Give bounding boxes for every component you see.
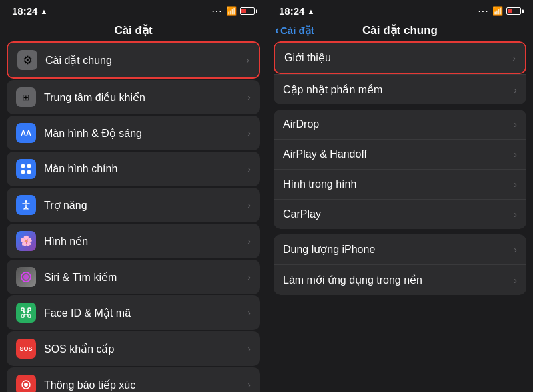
right-chevron-1: › bbox=[512, 53, 516, 63]
nav-back-label: Cài đặt bbox=[280, 25, 314, 37]
display-icon: AA bbox=[16, 123, 36, 143]
left-time: 18:24 bbox=[12, 5, 37, 17]
svg-rect-8 bbox=[28, 308, 31, 311]
left-status-bar: 18:24 ▲ ··· 📶 bbox=[0, 0, 266, 19]
chevron-icon-6: › bbox=[247, 236, 251, 246]
contact-tracing-icon bbox=[16, 375, 36, 392]
right-settings-list: Giới thiệu › Cập nhật phần mềm › AirDrop… bbox=[267, 41, 533, 392]
siri-icon bbox=[16, 267, 36, 287]
settings-label-sos: SOS khẩn cấp bbox=[44, 343, 247, 355]
settings-item-mhchinh[interactable]: Màn hình chính › bbox=[7, 152, 260, 186]
right-label-carplay: CarPlay bbox=[283, 208, 514, 220]
left-nav-bar: Cài đặt bbox=[0, 19, 266, 41]
svg-rect-0 bbox=[21, 164, 25, 168]
svg-rect-2 bbox=[21, 170, 25, 174]
right-nav-title: Cài đặt chung bbox=[362, 23, 438, 37]
sos-icon: SOS bbox=[16, 339, 36, 359]
right-item-capnhat[interactable]: Cập nhật phần mềm › bbox=[274, 75, 526, 104]
settings-item-mh-dosang[interactable]: AA Màn hình & Độ sáng › bbox=[7, 116, 260, 150]
settings-item-tronang[interactable]: Trợ năng › bbox=[7, 188, 260, 222]
accessibility-icon bbox=[16, 195, 36, 215]
settings-item-sos[interactable]: SOS SOS khẩn cấp › bbox=[7, 331, 260, 366]
location-icon: ▲ bbox=[40, 7, 47, 15]
right-item-gioithieu[interactable]: Giới thiệu › bbox=[275, 43, 525, 73]
right-chevron-7: › bbox=[514, 244, 517, 255]
settings-section-2: AA Màn hình & Độ sáng › bbox=[7, 116, 260, 150]
right-label-capnhat: Cập nhật phần mềm bbox=[283, 83, 514, 96]
right-item-dunluong[interactable]: Dung lượng iPhone › bbox=[274, 234, 526, 265]
settings-item-faceid[interactable]: Face ID & Mật mã › bbox=[7, 295, 260, 330]
settings-section-7: Face ID & Mật mã › bbox=[7, 295, 260, 330]
wifi-icon: 📶 bbox=[226, 6, 237, 16]
svg-rect-10 bbox=[28, 315, 31, 317]
right-item-carplay[interactable]: CarPlay › bbox=[274, 200, 526, 229]
wallpaper-icon: 🌸 bbox=[16, 231, 36, 251]
left-nav-title: Cài đặt bbox=[114, 23, 152, 37]
right-label-dungluong: Dung lượng iPhone bbox=[283, 243, 514, 256]
chevron-icon-3: › bbox=[247, 128, 251, 138]
chevron-icon-8: › bbox=[247, 307, 251, 318]
right-item-airplay[interactable]: AirPlay & Handoff › bbox=[274, 140, 526, 170]
settings-label-trungtam: Trung tâm điều khiển bbox=[44, 91, 247, 104]
right-chevron-6: › bbox=[514, 209, 517, 220]
settings-item-trungtam[interactable]: ⊞ Trung tâm điều khiển › bbox=[7, 80, 260, 114]
left-dots: ··· bbox=[212, 7, 223, 16]
right-item-hinhtrong[interactable]: Hình trong hình › bbox=[274, 170, 526, 200]
settings-label-faceid: Face ID & Mật mã bbox=[44, 307, 247, 319]
right-nav-bar: ‹ Cài đặt Cài đặt chung bbox=[267, 19, 533, 41]
svg-rect-1 bbox=[27, 164, 31, 168]
svg-point-4 bbox=[25, 200, 27, 203]
chevron-icon-4: › bbox=[247, 164, 251, 174]
right-dots: ··· bbox=[478, 7, 489, 16]
settings-section-1: ⊞ Trung tâm điều khiển › bbox=[7, 80, 260, 114]
svg-rect-3 bbox=[27, 170, 31, 174]
settings-label-caidat: Cài đặt chung bbox=[45, 54, 246, 67]
right-location-icon: ▲ bbox=[307, 7, 314, 15]
control-center-icon: ⊞ bbox=[16, 87, 36, 107]
right-item-airdrop[interactable]: AirDrop › bbox=[274, 110, 526, 140]
right-chevron-3: › bbox=[514, 119, 517, 130]
highlighted-section: ⚙ Cài đặt chung › bbox=[7, 41, 260, 79]
right-section-1: Giới thiệu › Cập nhật phần mềm › bbox=[274, 41, 526, 104]
right-status-bar: 18:24 ▲ ··· 📶 bbox=[267, 0, 533, 19]
svg-rect-9 bbox=[21, 315, 24, 317]
settings-label-mhchinh: Màn hình chính bbox=[44, 163, 247, 175]
chevron-icon-10: › bbox=[247, 379, 251, 390]
settings-section-4: Trợ năng › bbox=[7, 188, 260, 222]
svg-point-12 bbox=[27, 311, 29, 313]
right-label-airdrop: AirDrop bbox=[283, 118, 514, 130]
settings-item-caidat[interactable]: ⚙ Cài đặt chung › bbox=[8, 43, 259, 77]
right-item-lammoi[interactable]: Làm mới ứng dụng trong nền › bbox=[274, 265, 526, 295]
right-time: 18:24 bbox=[279, 5, 304, 17]
svg-point-6 bbox=[23, 274, 29, 280]
settings-section-8: SOS SOS khẩn cấp › bbox=[7, 331, 260, 366]
settings-section-3: Màn hình chính › bbox=[7, 152, 260, 186]
settings-label-siri: Siri & Tìm kiếm bbox=[44, 271, 247, 284]
back-chevron-icon: ‹ bbox=[275, 23, 279, 37]
right-phone-screen: 18:24 ▲ ··· 📶 ‹ Cài đặt Cài đặt chung Gi… bbox=[266, 0, 533, 392]
home-screen-icon bbox=[16, 159, 36, 179]
chevron-icon-5: › bbox=[247, 200, 251, 210]
settings-label-tronang: Trợ năng bbox=[44, 199, 247, 212]
right-chevron-5: › bbox=[514, 179, 517, 190]
battery-icon bbox=[240, 7, 255, 15]
right-label-gioithieu: Giới thiệu bbox=[284, 51, 512, 64]
settings-section-9: Thông báo tiếp xúc › bbox=[7, 367, 260, 392]
settings-item-thongbao[interactable]: Thông báo tiếp xúc › bbox=[7, 367, 260, 392]
settings-label-mh-dosang: Màn hình & Độ sáng bbox=[44, 127, 247, 140]
settings-item-siri[interactable]: Siri & Tìm kiếm › bbox=[7, 260, 260, 294]
left-settings-list: ⚙ Cài đặt chung › ⊞ Trung tâm điều khiển… bbox=[0, 41, 266, 392]
settings-section-6: Siri & Tìm kiếm › bbox=[7, 260, 260, 294]
nav-back-button[interactable]: ‹ Cài đặt bbox=[275, 23, 314, 37]
right-label-airplay: AirPlay & Handoff bbox=[283, 148, 514, 160]
left-phone-screen: 18:24 ▲ ··· 📶 Cài đặt ⚙ Cài đặt chung › bbox=[0, 0, 266, 392]
face-id-icon bbox=[16, 303, 36, 323]
settings-item-hinhnen[interactable]: 🌸 Hình nền › bbox=[7, 224, 260, 258]
right-label-hinhtrong: Hình trong hình bbox=[283, 178, 514, 190]
right-label-lammoi: Làm mới ứng dụng trong nền bbox=[283, 274, 514, 286]
settings-label-thongbao: Thông báo tiếp xúc bbox=[44, 379, 247, 391]
chevron-icon-9: › bbox=[247, 343, 251, 354]
settings-section-5: 🌸 Hình nền › bbox=[7, 224, 260, 258]
svg-point-11 bbox=[24, 311, 25, 313]
chevron-icon-2: › bbox=[247, 92, 251, 102]
